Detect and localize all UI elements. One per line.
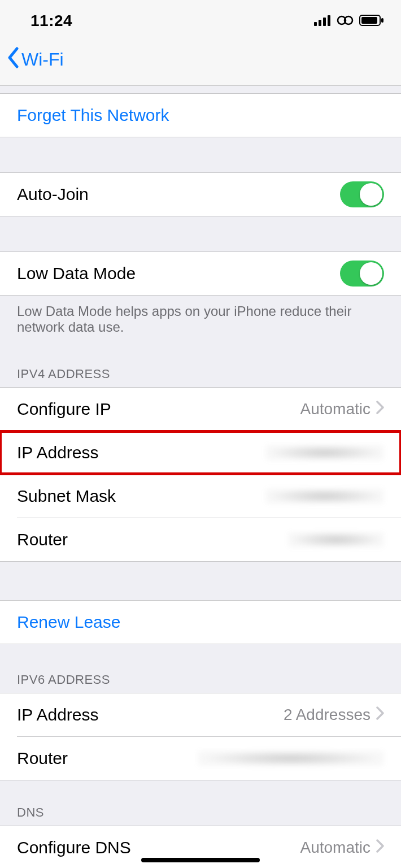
chevron-left-icon: [7, 47, 21, 73]
ip-address-value-redacted: [265, 445, 384, 461]
chevron-right-icon: [376, 706, 384, 724]
home-indicator[interactable]: [141, 858, 260, 862]
ipv6-router-value-redacted: [198, 750, 384, 766]
configure-dns-label: Configure DNS: [17, 838, 131, 857]
status-bar: 11:24: [0, 0, 401, 34]
configure-ip-label: Configure IP: [17, 400, 111, 419]
ipv6-router-row: Router: [0, 737, 401, 780]
auto-join-row: Auto-Join: [0, 173, 401, 216]
svg-rect-1: [319, 20, 321, 26]
spacer: [0, 137, 401, 173]
dns-header: DNS: [0, 780, 401, 826]
nav-bar: Wi-Fi: [0, 34, 401, 86]
forget-network-button[interactable]: Forget This Network: [0, 94, 401, 137]
configure-dns-value: Automatic: [300, 839, 371, 857]
forget-label: Forget This Network: [17, 106, 169, 125]
low-data-label: Low Data Mode: [17, 264, 136, 283]
spacer: [0, 86, 401, 94]
ipv6-router-label: Router: [17, 749, 68, 768]
svg-rect-7: [361, 17, 377, 24]
ipv4-router-row: Router: [0, 518, 401, 561]
configure-ip-value: Automatic: [300, 400, 371, 418]
hotspot-icon: [335, 12, 355, 30]
ipv4-header: IPV4 ADDRESS: [0, 349, 401, 388]
svg-rect-0: [314, 22, 317, 26]
back-button[interactable]: Wi-Fi: [7, 47, 64, 73]
configure-ip-row[interactable]: Configure IP Automatic: [0, 388, 401, 431]
router-label: Router: [17, 530, 68, 549]
svg-rect-8: [381, 18, 383, 23]
status-indicators: [314, 12, 384, 30]
ipv6-ip-label: IP Address: [17, 705, 99, 724]
svg-rect-3: [328, 15, 330, 26]
chevron-right-icon: [376, 400, 384, 418]
router-value-redacted: [288, 532, 384, 548]
subnet-mask-row: Subnet Mask: [0, 475, 401, 518]
renew-lease-label: Renew Lease: [17, 613, 120, 632]
battery-icon: [359, 12, 384, 30]
svg-rect-2: [323, 18, 326, 26]
low-data-mode-row: Low Data Mode: [0, 252, 401, 295]
subnet-mask-value-redacted: [265, 488, 384, 504]
chevron-right-icon: [376, 839, 384, 857]
ipv6-ip-value: 2 Addresses: [284, 706, 371, 724]
auto-join-toggle[interactable]: [340, 181, 384, 207]
ipv6-ip-address-row[interactable]: IP Address 2 Addresses: [0, 693, 401, 736]
subnet-mask-label: Subnet Mask: [17, 487, 116, 506]
back-label: Wi-Fi: [21, 49, 64, 70]
low-data-footer: Low Data Mode helps apps on your iPhone …: [0, 295, 401, 349]
ipv6-header: IPV6 ADDRESS: [0, 644, 401, 693]
cellular-signal-icon: [314, 12, 331, 30]
low-data-toggle[interactable]: [340, 261, 384, 287]
spacer: [0, 561, 401, 601]
ip-address-row: IP Address: [0, 431, 401, 474]
renew-lease-button[interactable]: Renew Lease: [0, 601, 401, 644]
auto-join-label: Auto-Join: [17, 185, 89, 204]
status-time: 11:24: [30, 12, 72, 30]
spacer: [0, 216, 401, 252]
ip-address-label: IP Address: [17, 443, 99, 462]
